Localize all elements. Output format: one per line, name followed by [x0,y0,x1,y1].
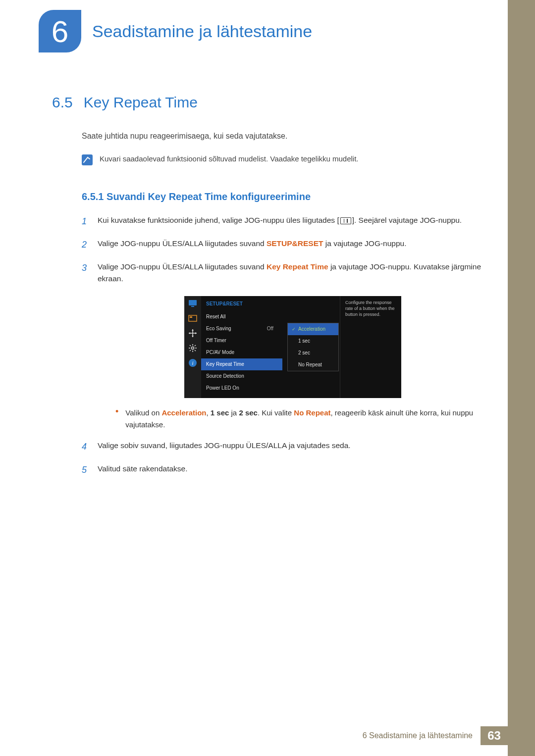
osd-item: Eco SavingOff [201,323,282,335]
svg-text:i: i [192,360,193,366]
step-body: Valige JOG-nuppu ÜLES/ALLA liigutades su… [98,238,488,252]
osd-item-label: Source Detection [206,372,244,380]
text: ja vajutage JOG-nuppu. [323,239,407,248]
page-content: 6.5 Key Repeat Time Saate juhtida nupu r… [52,94,488,486]
osd-item-label: Key Repeat Time [206,360,244,368]
picture-icon [188,314,197,323]
menu-name: Key Repeat Time [267,262,328,271]
osd-option: No Repeat [288,359,338,371]
bullet-list: • Valikud on Acceleration, 1 sec ja 2 se… [115,407,488,431]
svg-line-11 [190,350,191,351]
term: No Repeat [294,408,330,417]
text: ]. Seejärel vajutage JOG-nuppu. [352,216,462,224]
text: , [206,408,210,417]
osd-option: 2 sec [288,347,338,359]
section-title: Key Repeat Time [84,94,198,111]
osd-option-selected: Acceleration [288,323,338,335]
chapter-number-badge: 6 [39,10,81,52]
term: 2 sec [239,408,258,417]
step-1: 1 Kui kuvatakse funktsioonide juhend, va… [82,214,488,229]
note-text: Kuvari saadaolevad funktsioonid sõltuvad… [100,154,359,163]
step-body: Valitud säte rakendatakse. [98,463,488,477]
osd-screenshot: i SETUP&RESET Reset All Eco SavingOff Of… [184,296,401,398]
svg-rect-1 [191,306,194,307]
osd-item-label: Off Timer [206,337,226,345]
osd-option-label: No Repeat [298,361,322,369]
osd-item-label: Eco Saving [206,325,231,333]
text: Valige JOG-nuppu ÜLES/ALLA liigutades su… [98,262,267,271]
osd-item: Reset All [201,311,282,323]
osd-item-label: Power LED On [206,384,239,392]
osd-popup: Acceleration 1 sec 2 sec No Repeat [287,323,339,371]
osd-option-label: Acceleration [298,325,325,333]
side-accent-bar [508,0,535,756]
section-heading: 6.5 Key Repeat Time [52,94,488,111]
osd-description: Configure the response rate of a button … [340,296,401,398]
bullet-item: • Valikud on Acceleration, 1 sec ja 2 se… [115,407,488,431]
osd-item: Power LED On [201,382,282,394]
arrows-icon [188,329,197,338]
section-intro: Saate juhtida nupu reageerimisaega, kui … [82,132,488,141]
osd-option-label: 2 sec [298,349,310,357]
step-number: 2 [82,238,89,252]
menu-icon [340,217,351,224]
bullet-text: Valikud on Acceleration, 1 sec ja 2 sec.… [125,407,488,431]
osd-item-label: PC/AV Mode [206,349,234,356]
step-body: Kui kuvatakse funktsioonide juhend, vali… [98,214,488,229]
svg-rect-0 [189,300,197,305]
step-4: 4 Valige sobiv suvand, liigutades JOG-nu… [82,440,488,454]
chapter-title: Seadistamine ja lähtestamine [92,22,312,41]
osd-icon-column: i [184,296,201,398]
text: . Kui valite [258,408,294,417]
info-icon: i [188,358,197,367]
osd-main-panel: SETUP&RESET Reset All Eco SavingOff Off … [201,296,340,398]
svg-rect-3 [190,316,192,318]
osd-option: 1 sec [288,335,338,347]
section-number: 6.5 [52,94,73,111]
step-body: Valige JOG-nuppu ÜLES/ALLA liigutades su… [98,261,488,431]
footer-page-number: 63 [481,726,508,745]
step-number: 3 [82,261,89,431]
text: Kui kuvatakse funktsioonide juhend, vali… [98,216,339,224]
page-footer: 6 Seadistamine ja lähtestamine 63 [355,726,508,745]
svg-line-12 [195,345,196,346]
footer-chapter-label: 6 Seadistamine ja lähtestamine [355,726,481,745]
step-number: 1 [82,214,89,229]
osd-item: PC/AV Mode [201,347,282,358]
osd-item-selected: Key Repeat Time [201,358,282,370]
step-list: 1 Kui kuvatakse funktsioonide juhend, va… [82,214,488,477]
osd-panel-title: SETUP&RESET [201,300,282,311]
step-2: 2 Valige JOG-nuppu ÜLES/ALLA liigutades … [82,238,488,252]
text: ja [229,408,239,417]
text: Valikud on [125,408,161,417]
step-3: 3 Valige JOG-nuppu ÜLES/ALLA liigutades … [82,261,488,431]
svg-line-10 [195,350,196,351]
bullet-icon: • [115,407,118,431]
step-number: 5 [82,463,89,477]
note-block: Kuvari saadaolevad funktsioonid sõltuvad… [82,154,488,165]
osd-item-label: Reset All [206,313,225,321]
osd-option-label: 1 sec [298,337,310,345]
svg-point-4 [192,347,194,350]
gear-icon [188,344,197,353]
osd-item-value: Off [267,325,277,333]
osd-item: Source Detection [201,370,282,382]
monitor-icon [188,299,197,308]
svg-rect-2 [189,315,197,321]
term: Acceleration [161,408,206,417]
step-5: 5 Valitud säte rakendatakse. [82,463,488,477]
step-number: 4 [82,440,89,454]
menu-name: SETUP&RESET [267,239,323,248]
chapter-header: 6 Seadistamine ja lähtestamine [39,10,312,52]
text: Valige JOG-nuppu ÜLES/ALLA liigutades su… [98,239,267,248]
subsection-heading: 6.5.1 Suvandi Key Repeat Time konfiguree… [82,191,488,202]
osd-item: Off Timer [201,335,282,347]
note-icon [82,154,93,165]
term: 1 sec [211,408,229,417]
svg-line-9 [190,345,191,346]
step-body: Valige sobiv suvand, liigutades JOG-nupp… [98,440,488,454]
